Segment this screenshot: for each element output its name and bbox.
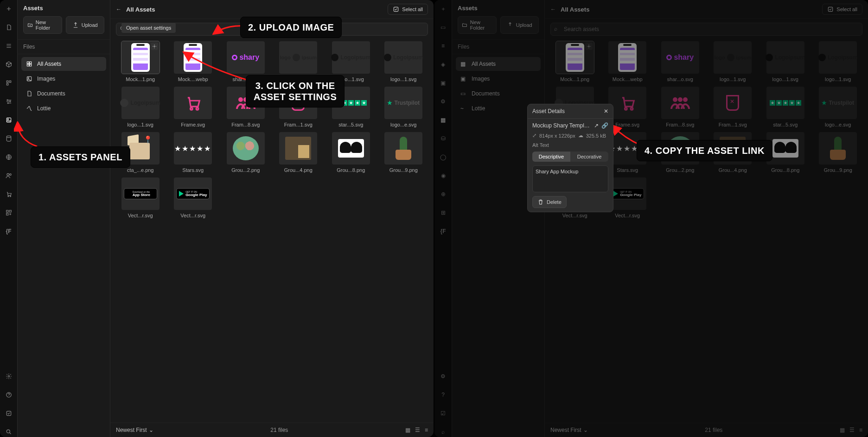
add-icon[interactable] <box>4 4 14 14</box>
asset-thumb[interactable]: GET IT ONGoogle Play <box>174 177 212 210</box>
help-icon[interactable] <box>4 390 14 400</box>
nav-images[interactable]: ▣Images <box>456 72 541 86</box>
page-icon[interactable] <box>4 22 14 32</box>
external-link-icon[interactable]: ↗ <box>594 122 599 129</box>
asset-thumb[interactable]: Logoipsum <box>332 41 370 74</box>
nav-all-assets[interactable]: ▦All Assets <box>456 57 541 71</box>
sort-button[interactable]: Newest First ⌄ <box>550 427 588 433</box>
asset-thumb[interactable] <box>608 41 646 74</box>
asset-thumb[interactable] <box>661 87 699 119</box>
asset-thumb[interactable] <box>714 87 752 119</box>
apps-icon[interactable]: ⊞ <box>438 208 448 218</box>
users-icon[interactable] <box>4 171 14 181</box>
asset-thumb[interactable] <box>227 132 265 165</box>
back-icon[interactable]: ← <box>550 6 556 13</box>
asset-item[interactable]: Mock...1.png <box>550 41 600 82</box>
upload-button[interactable]: Upload <box>66 16 105 34</box>
grid-view-icon[interactable]: ▦ <box>405 427 410 433</box>
asset-item[interactable]: GET IT ONGoogle PlayVect...r.svg <box>169 177 218 218</box>
new-folder-button[interactable]: New Folder <box>458 16 497 34</box>
asset-item[interactable]: Grou...9.png <box>379 132 428 173</box>
asset-thumb[interactable]: shary <box>661 41 699 74</box>
nav-all-assets[interactable]: All Assets <box>21 57 106 71</box>
cart-icon[interactable]: ⊕ <box>438 189 448 199</box>
asset-item[interactable]: Logoipsumlogo...1.svg <box>379 41 428 82</box>
list-icon[interactable] <box>4 41 14 51</box>
sliders-icon[interactable]: ⚙ <box>438 96 448 107</box>
globe-icon[interactable] <box>4 152 14 162</box>
asset-thumb[interactable] <box>121 41 160 74</box>
list-view-icon[interactable]: ☰ <box>415 427 420 433</box>
asset-thumb[interactable] <box>174 41 212 74</box>
page-icon[interactable]: ▭ <box>438 22 448 32</box>
asset-thumb[interactable] <box>174 87 212 119</box>
asset-thumb[interactable]: Logoipsum <box>766 41 804 74</box>
cube-icon[interactable]: ◈ <box>438 59 448 70</box>
asset-item[interactable]: Logoipsumlogo...1.svg <box>761 41 810 82</box>
new-folder-button[interactable]: New Folder <box>23 16 62 34</box>
asset-thumb[interactable] <box>279 132 317 165</box>
asset-item[interactable]: Grou...8.png <box>326 132 376 173</box>
alt-text-input[interactable] <box>532 165 608 192</box>
asset-item[interactable]: Grou...2.png <box>221 132 270 173</box>
asset-item[interactable]: Mock....webp <box>169 41 218 82</box>
asset-settings-icon[interactable] <box>585 43 593 50</box>
asset-item[interactable]: logoipsumlogo...1.svg <box>708 41 758 82</box>
asset-thumb[interactable]: ★★★★★ <box>174 132 212 165</box>
select-all-button[interactable]: Select all <box>388 4 428 15</box>
asset-thumb[interactable]: Logoipsum <box>819 41 857 74</box>
upload-button[interactable]: Upload <box>500 16 539 34</box>
list-icon[interactable]: ≡ <box>438 41 448 51</box>
cube-icon[interactable] <box>4 59 14 70</box>
database-icon[interactable] <box>4 133 14 144</box>
globe-icon[interactable]: ◯ <box>438 152 448 162</box>
nav-images[interactable]: Images <box>21 72 106 86</box>
db-icon[interactable]: ▣ <box>438 78 448 88</box>
asset-thumb[interactable]: Logoipsum <box>121 87 160 119</box>
compact-view-icon[interactable]: ≡ <box>425 427 428 433</box>
asset-thumb[interactable]: Logoipsum <box>384 41 422 74</box>
asset-thumb[interactable] <box>556 41 594 74</box>
asset-item[interactable]: Grou...9.png <box>814 132 863 173</box>
copy-link-icon[interactable]: 🔗 <box>601 122 608 129</box>
check-icon[interactable] <box>4 408 14 418</box>
asset-item[interactable]: Mock....webp <box>603 41 652 82</box>
asset-item[interactable]: Fram...8.svg <box>656 87 705 127</box>
delete-button[interactable]: Delete <box>532 196 567 208</box>
asset-item[interactable]: Logoipsumlogo...1.svg <box>814 41 863 82</box>
brace-icon[interactable]: {F <box>438 226 448 236</box>
cart-icon[interactable] <box>4 189 14 199</box>
db-icon[interactable] <box>4 78 14 88</box>
asset-thumb[interactable]: shary <box>227 41 265 74</box>
users-icon[interactable]: ◉ <box>438 171 448 181</box>
add-icon[interactable]: ＋ <box>438 4 448 14</box>
help-icon[interactable]: ? <box>438 390 448 400</box>
asset-item[interactable]: ★Trustpilotlogo...e.svg <box>379 87 428 127</box>
asset-item[interactable]: sharyshar...o.svg <box>656 41 705 82</box>
asset-thumb[interactable]: Download on theApp Store <box>121 177 160 210</box>
search-rail-icon[interactable]: ⌕ <box>438 427 448 437</box>
asset-item[interactable]: Mock...1.png <box>116 41 165 82</box>
asset-item[interactable]: Frame.svg <box>169 87 218 127</box>
select-all-button[interactable]: Select all <box>822 4 862 15</box>
search-input[interactable] <box>550 23 862 36</box>
nav-documents[interactable]: Documents <box>21 87 106 101</box>
check-icon[interactable]: ☑ <box>438 408 448 418</box>
asset-thumb[interactable] <box>332 132 370 165</box>
assets-icon[interactable]: ▦ <box>438 115 448 125</box>
asset-thumb[interactable] <box>819 132 857 165</box>
tab-descriptive[interactable]: Descriptive <box>532 152 570 162</box>
search-rail-icon[interactable] <box>4 427 14 437</box>
brace-icon[interactable]: {F <box>4 226 14 236</box>
asset-thumb[interactable]: GET IT ONGoogle Play <box>608 177 646 210</box>
gear-icon[interactable] <box>4 371 14 381</box>
asset-thumb[interactable]: ★Trustpilot <box>384 87 422 119</box>
tab-decorative[interactable]: Decorative <box>570 152 608 162</box>
nav-lottie[interactable]: Lottie <box>21 101 106 115</box>
asset-thumb[interactable]: logoipsum <box>279 41 317 74</box>
back-icon[interactable]: ← <box>116 6 121 13</box>
asset-item[interactable]: Logoipsumlogo...1.svg <box>116 87 165 127</box>
asset-item[interactable]: ★★★★★star...5.svg <box>761 87 810 127</box>
compact-view-icon[interactable]: ≡ <box>859 427 862 433</box>
gear-icon[interactable]: ⚙ <box>438 371 448 381</box>
